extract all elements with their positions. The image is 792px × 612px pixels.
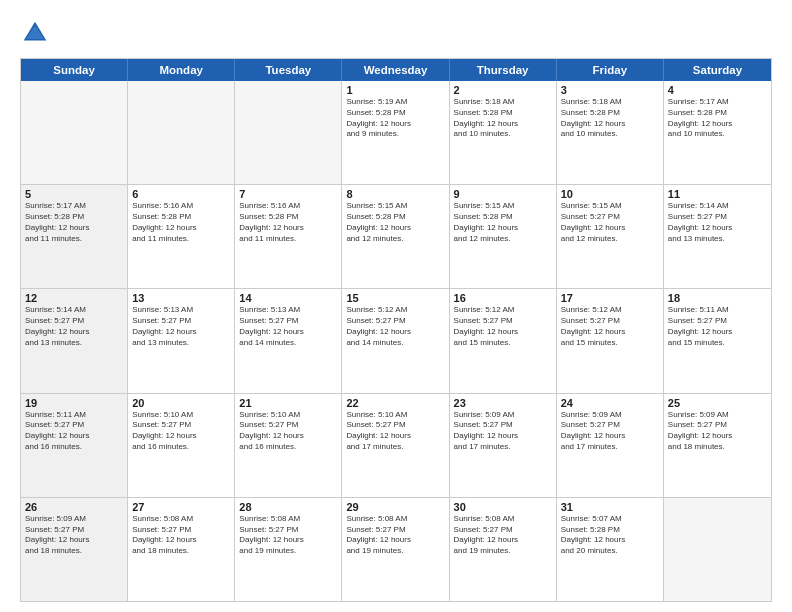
calendar-cell: 6Sunrise: 5:16 AM Sunset: 5:28 PM Daylig…: [128, 185, 235, 288]
day-number: 5: [25, 188, 123, 200]
day-number: 23: [454, 397, 552, 409]
calendar-cell: 14Sunrise: 5:13 AM Sunset: 5:27 PM Dayli…: [235, 289, 342, 392]
calendar-cell: 7Sunrise: 5:16 AM Sunset: 5:28 PM Daylig…: [235, 185, 342, 288]
calendar-cell: [21, 81, 128, 184]
day-number: 13: [132, 292, 230, 304]
cell-info: Sunrise: 5:09 AM Sunset: 5:27 PM Dayligh…: [454, 410, 552, 453]
cell-info: Sunrise: 5:19 AM Sunset: 5:28 PM Dayligh…: [346, 97, 444, 140]
calendar-cell: 13Sunrise: 5:13 AM Sunset: 5:27 PM Dayli…: [128, 289, 235, 392]
calendar-header: SundayMondayTuesdayWednesdayThursdayFrid…: [21, 59, 771, 81]
logo: [20, 18, 56, 48]
cell-info: Sunrise: 5:13 AM Sunset: 5:27 PM Dayligh…: [132, 305, 230, 348]
cell-info: Sunrise: 5:10 AM Sunset: 5:27 PM Dayligh…: [346, 410, 444, 453]
day-number: 7: [239, 188, 337, 200]
calendar-cell: [235, 81, 342, 184]
calendar-cell: 28Sunrise: 5:08 AM Sunset: 5:27 PM Dayli…: [235, 498, 342, 601]
cell-info: Sunrise: 5:07 AM Sunset: 5:28 PM Dayligh…: [561, 514, 659, 557]
calendar-cell: 23Sunrise: 5:09 AM Sunset: 5:27 PM Dayli…: [450, 394, 557, 497]
calendar-cell: 17Sunrise: 5:12 AM Sunset: 5:27 PM Dayli…: [557, 289, 664, 392]
calendar-cell: 4Sunrise: 5:17 AM Sunset: 5:28 PM Daylig…: [664, 81, 771, 184]
day-number: 3: [561, 84, 659, 96]
calendar-cell: 30Sunrise: 5:08 AM Sunset: 5:27 PM Dayli…: [450, 498, 557, 601]
calendar-cell: 20Sunrise: 5:10 AM Sunset: 5:27 PM Dayli…: [128, 394, 235, 497]
weekday-header: Wednesday: [342, 59, 449, 81]
day-number: 8: [346, 188, 444, 200]
day-number: 15: [346, 292, 444, 304]
calendar-cell: [128, 81, 235, 184]
day-number: 17: [561, 292, 659, 304]
cell-info: Sunrise: 5:13 AM Sunset: 5:27 PM Dayligh…: [239, 305, 337, 348]
calendar-cell: [664, 498, 771, 601]
day-number: 24: [561, 397, 659, 409]
day-number: 16: [454, 292, 552, 304]
day-number: 4: [668, 84, 767, 96]
cell-info: Sunrise: 5:09 AM Sunset: 5:27 PM Dayligh…: [561, 410, 659, 453]
calendar-cell: 12Sunrise: 5:14 AM Sunset: 5:27 PM Dayli…: [21, 289, 128, 392]
cell-info: Sunrise: 5:08 AM Sunset: 5:27 PM Dayligh…: [346, 514, 444, 557]
weekday-header: Thursday: [450, 59, 557, 81]
day-number: 14: [239, 292, 337, 304]
calendar-row: 12Sunrise: 5:14 AM Sunset: 5:27 PM Dayli…: [21, 289, 771, 393]
cell-info: Sunrise: 5:11 AM Sunset: 5:27 PM Dayligh…: [668, 305, 767, 348]
day-number: 25: [668, 397, 767, 409]
calendar-body: 1Sunrise: 5:19 AM Sunset: 5:28 PM Daylig…: [21, 81, 771, 601]
calendar-cell: 31Sunrise: 5:07 AM Sunset: 5:28 PM Dayli…: [557, 498, 664, 601]
day-number: 31: [561, 501, 659, 513]
cell-info: Sunrise: 5:08 AM Sunset: 5:27 PM Dayligh…: [454, 514, 552, 557]
calendar-cell: 21Sunrise: 5:10 AM Sunset: 5:27 PM Dayli…: [235, 394, 342, 497]
calendar-cell: 22Sunrise: 5:10 AM Sunset: 5:27 PM Dayli…: [342, 394, 449, 497]
day-number: 29: [346, 501, 444, 513]
cell-info: Sunrise: 5:10 AM Sunset: 5:27 PM Dayligh…: [132, 410, 230, 453]
calendar-cell: 1Sunrise: 5:19 AM Sunset: 5:28 PM Daylig…: [342, 81, 449, 184]
cell-info: Sunrise: 5:11 AM Sunset: 5:27 PM Dayligh…: [25, 410, 123, 453]
calendar-cell: 3Sunrise: 5:18 AM Sunset: 5:28 PM Daylig…: [557, 81, 664, 184]
cell-info: Sunrise: 5:17 AM Sunset: 5:28 PM Dayligh…: [25, 201, 123, 244]
day-number: 19: [25, 397, 123, 409]
calendar: SundayMondayTuesdayWednesdayThursdayFrid…: [20, 58, 772, 602]
cell-info: Sunrise: 5:15 AM Sunset: 5:27 PM Dayligh…: [561, 201, 659, 244]
day-number: 27: [132, 501, 230, 513]
weekday-header: Sunday: [21, 59, 128, 81]
calendar-cell: 24Sunrise: 5:09 AM Sunset: 5:27 PM Dayli…: [557, 394, 664, 497]
calendar-row: 1Sunrise: 5:19 AM Sunset: 5:28 PM Daylig…: [21, 81, 771, 185]
cell-info: Sunrise: 5:17 AM Sunset: 5:28 PM Dayligh…: [668, 97, 767, 140]
day-number: 20: [132, 397, 230, 409]
header: [20, 18, 772, 48]
calendar-cell: 26Sunrise: 5:09 AM Sunset: 5:27 PM Dayli…: [21, 498, 128, 601]
calendar-cell: 11Sunrise: 5:14 AM Sunset: 5:27 PM Dayli…: [664, 185, 771, 288]
weekday-header: Monday: [128, 59, 235, 81]
calendar-cell: 8Sunrise: 5:15 AM Sunset: 5:28 PM Daylig…: [342, 185, 449, 288]
cell-info: Sunrise: 5:14 AM Sunset: 5:27 PM Dayligh…: [25, 305, 123, 348]
day-number: 18: [668, 292, 767, 304]
logo-icon: [20, 18, 50, 48]
weekday-header: Saturday: [664, 59, 771, 81]
page: SundayMondayTuesdayWednesdayThursdayFrid…: [0, 0, 792, 612]
day-number: 10: [561, 188, 659, 200]
day-number: 22: [346, 397, 444, 409]
cell-info: Sunrise: 5:10 AM Sunset: 5:27 PM Dayligh…: [239, 410, 337, 453]
calendar-cell: 16Sunrise: 5:12 AM Sunset: 5:27 PM Dayli…: [450, 289, 557, 392]
day-number: 9: [454, 188, 552, 200]
cell-info: Sunrise: 5:18 AM Sunset: 5:28 PM Dayligh…: [561, 97, 659, 140]
calendar-cell: 25Sunrise: 5:09 AM Sunset: 5:27 PM Dayli…: [664, 394, 771, 497]
calendar-row: 19Sunrise: 5:11 AM Sunset: 5:27 PM Dayli…: [21, 394, 771, 498]
cell-info: Sunrise: 5:12 AM Sunset: 5:27 PM Dayligh…: [454, 305, 552, 348]
cell-info: Sunrise: 5:16 AM Sunset: 5:28 PM Dayligh…: [132, 201, 230, 244]
cell-info: Sunrise: 5:14 AM Sunset: 5:27 PM Dayligh…: [668, 201, 767, 244]
calendar-cell: 27Sunrise: 5:08 AM Sunset: 5:27 PM Dayli…: [128, 498, 235, 601]
cell-info: Sunrise: 5:09 AM Sunset: 5:27 PM Dayligh…: [25, 514, 123, 557]
weekday-header: Tuesday: [235, 59, 342, 81]
calendar-cell: 2Sunrise: 5:18 AM Sunset: 5:28 PM Daylig…: [450, 81, 557, 184]
calendar-cell: 15Sunrise: 5:12 AM Sunset: 5:27 PM Dayli…: [342, 289, 449, 392]
calendar-cell: 29Sunrise: 5:08 AM Sunset: 5:27 PM Dayli…: [342, 498, 449, 601]
calendar-cell: 19Sunrise: 5:11 AM Sunset: 5:27 PM Dayli…: [21, 394, 128, 497]
day-number: 1: [346, 84, 444, 96]
calendar-row: 5Sunrise: 5:17 AM Sunset: 5:28 PM Daylig…: [21, 185, 771, 289]
day-number: 11: [668, 188, 767, 200]
day-number: 28: [239, 501, 337, 513]
calendar-cell: 18Sunrise: 5:11 AM Sunset: 5:27 PM Dayli…: [664, 289, 771, 392]
cell-info: Sunrise: 5:09 AM Sunset: 5:27 PM Dayligh…: [668, 410, 767, 453]
cell-info: Sunrise: 5:18 AM Sunset: 5:28 PM Dayligh…: [454, 97, 552, 140]
day-number: 30: [454, 501, 552, 513]
calendar-cell: 5Sunrise: 5:17 AM Sunset: 5:28 PM Daylig…: [21, 185, 128, 288]
